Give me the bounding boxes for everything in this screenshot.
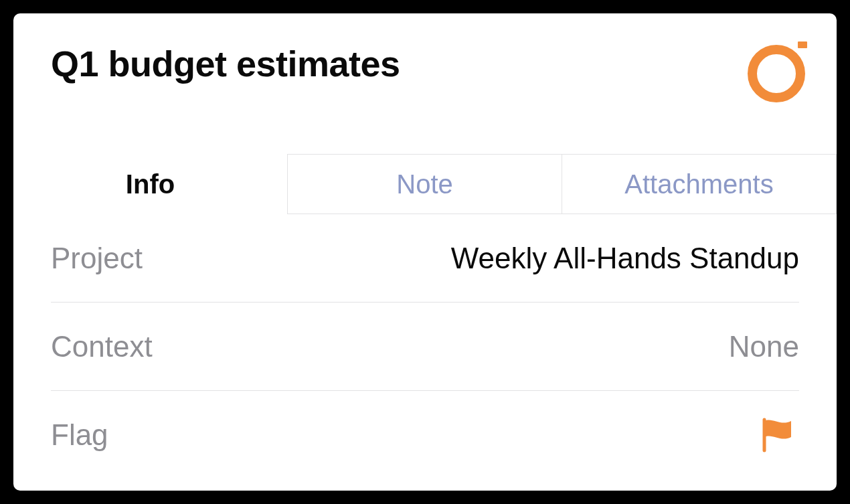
project-value: Weekly All-Hands Standup bbox=[451, 242, 799, 275]
tab-info[interactable]: Info bbox=[13, 154, 287, 214]
task-title[interactable]: Q1 budget estimates bbox=[51, 43, 799, 84]
context-value: None bbox=[729, 330, 799, 363]
flag-icon[interactable] bbox=[758, 416, 799, 454]
info-rows: Project Weekly All-Hands Standup Context… bbox=[13, 214, 837, 479]
flag-label: Flag bbox=[51, 418, 108, 452]
svg-rect-1 bbox=[798, 41, 807, 48]
tab-note[interactable]: Note bbox=[287, 154, 562, 214]
row-flag[interactable]: Flag bbox=[51, 391, 799, 479]
row-context[interactable]: Context None bbox=[51, 303, 799, 391]
tabs: Info Note Attachments bbox=[13, 154, 837, 214]
row-project[interactable]: Project Weekly All-Hands Standup bbox=[51, 214, 799, 303]
header: Q1 budget estimates bbox=[13, 13, 837, 154]
svg-point-0 bbox=[752, 50, 800, 98]
status-circle-icon[interactable] bbox=[743, 36, 810, 106]
task-detail-panel: Q1 budget estimates Info Note Attachment… bbox=[13, 13, 837, 491]
tab-attachments[interactable]: Attachments bbox=[562, 154, 837, 214]
context-label: Context bbox=[51, 330, 153, 363]
project-label: Project bbox=[51, 242, 143, 275]
